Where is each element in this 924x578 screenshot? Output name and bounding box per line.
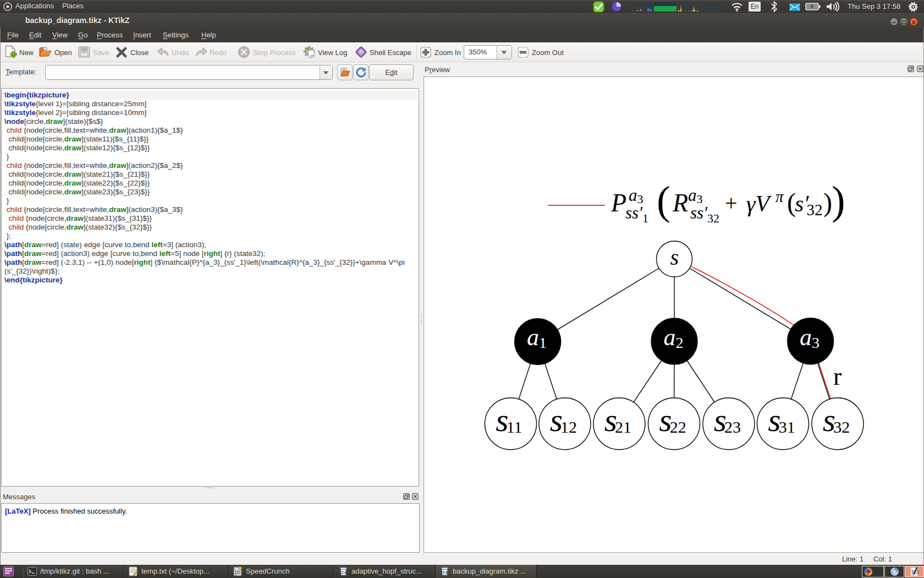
- svg-text:): ): [832, 178, 845, 223]
- svg-text:(: (: [657, 178, 670, 223]
- svg-text:γV: γV: [746, 191, 772, 216]
- svg-text:s′32: s′32: [795, 191, 823, 219]
- svg-text:TX: TX: [342, 570, 347, 575]
- svg-text:π: π: [776, 188, 784, 205]
- svg-text:ss′32: ss′32: [690, 203, 719, 225]
- svg-text:ss′1: ss′1: [625, 203, 648, 225]
- svg-text:TX: TX: [443, 570, 448, 575]
- svg-text:+: +: [725, 190, 738, 215]
- svg-text:): ): [823, 188, 832, 217]
- svg-text:s: s: [670, 245, 679, 270]
- svg-text:P: P: [610, 189, 626, 217]
- svg-text:R: R: [672, 189, 688, 217]
- svg-text:r: r: [833, 362, 842, 390]
